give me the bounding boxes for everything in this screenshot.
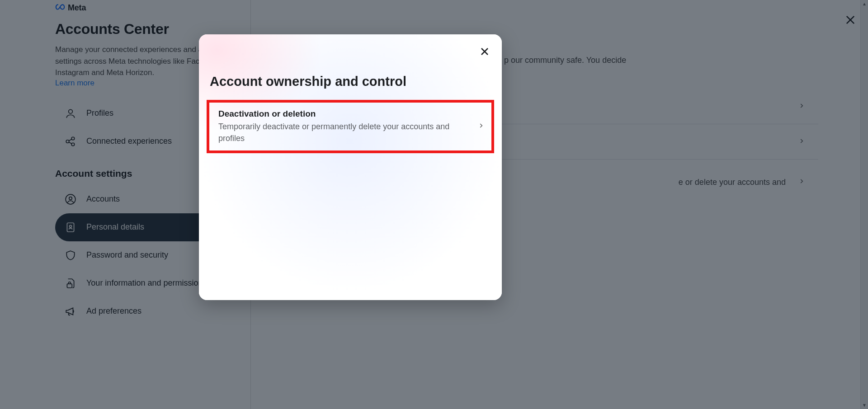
- chevron-right-icon: [478, 122, 484, 131]
- ownership-control-modal: Account ownership and control Deactivati…: [199, 34, 502, 300]
- modal-option-title: Deactivation or deletion: [218, 109, 470, 119]
- modal-title: Account ownership and control: [199, 34, 502, 89]
- modal-option-desc: Temporarily deactivate or permanently de…: [218, 121, 470, 144]
- deactivation-deletion-option[interactable]: Deactivation or deletion Temporarily dea…: [207, 100, 494, 153]
